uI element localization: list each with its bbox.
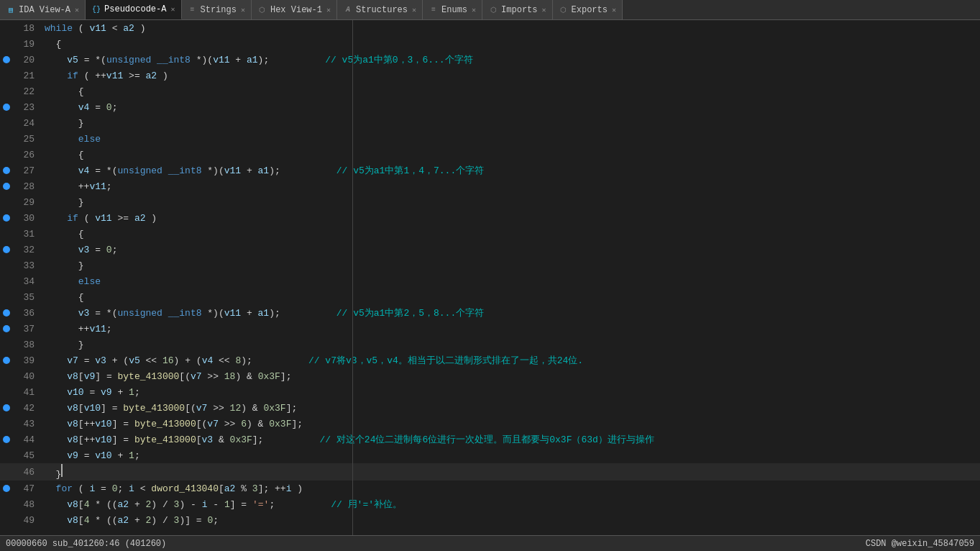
line-number-30: 30 — [13, 213, 42, 224]
breakpoint-42[interactable] — [0, 404, 13, 411]
code-content-37: ++v11; — [42, 324, 980, 334]
tab-exports[interactable]: ⬡ Exports ✕ — [553, 0, 623, 19]
enums-icon: ≡ — [429, 5, 439, 15]
code-content-31: { — [42, 229, 980, 240]
line-number-47: 47 — [13, 483, 42, 494]
tab-enums[interactable]: ≡ Enums ✕ — [423, 0, 482, 19]
table-row: 38 } — [0, 337, 980, 352]
breakpoint-39[interactable] — [0, 357, 13, 364]
table-row: 19 { — [0, 36, 980, 52]
code-content-42: v8[v10] = byte_413000[(v7 >> 12) & 0x3F]… — [42, 403, 980, 414]
table-row: 20 v5 = *(unsigned __int8 *)(v11 + a1); … — [0, 52, 980, 68]
line-number-37: 37 — [13, 324, 42, 334]
line-number-44: 44 — [13, 434, 42, 445]
line-number-20: 20 — [13, 55, 42, 65]
tab-hex-view-1[interactable]: ⬡ Hex View-1 ✕ — [252, 0, 337, 19]
code-content-46: } — [42, 464, 980, 480]
code-content-38: } — [42, 340, 980, 350]
code-editor[interactable]: 18 while ( v11 < a2 ) 19 { 20 v5 = *(uns… — [0, 20, 980, 535]
line-number-18: 18 — [13, 23, 42, 34]
table-row: 34 else — [0, 273, 980, 289]
table-row: 40 v8[v9] = byte_413000[(v7 >> 18) & 0x3… — [0, 368, 980, 384]
breakpoint-28[interactable] — [0, 183, 13, 190]
code-content-44: v8[++v10] = byte_413000[v3 & 0x3F]; // 对… — [42, 433, 980, 446]
table-row: 26 { — [0, 147, 980, 163]
line-number-27: 27 — [13, 165, 42, 176]
breakpoint-20[interactable] — [0, 56, 13, 63]
line-number-41: 41 — [13, 387, 42, 398]
code-content-32: v3 = 0; — [42, 245, 980, 255]
tab-structures-close[interactable]: ✕ — [412, 6, 416, 14]
tab-imports-close[interactable]: ✕ — [542, 6, 546, 14]
tab-imports[interactable]: ⬡ Imports ✕ — [482, 0, 552, 19]
code-content-43: v8[++v10] = byte_413000[(v7 >> 6) & 0x3F… — [42, 419, 980, 429]
line-number-40: 40 — [13, 371, 42, 382]
hex-view-icon: ⬡ — [257, 5, 267, 15]
tab-bar: ▤ IDA View-A ✕ {} Pseudocode-A ✕ ≡ Strin… — [0, 0, 980, 20]
table-row: 35 { — [0, 289, 980, 305]
line-number-49: 49 — [13, 515, 42, 526]
table-row: 42 v8[v10] = byte_413000[(v7 >> 12) & 0x… — [0, 400, 980, 416]
line-number-39: 39 — [13, 355, 42, 366]
line-number-36: 36 — [13, 308, 42, 319]
tab-hex-view-close[interactable]: ✕ — [326, 6, 331, 14]
breakpoint-44[interactable] — [0, 436, 13, 443]
table-row: 22 { — [0, 83, 980, 99]
code-content-18: while ( v11 < a2 ) — [42, 23, 980, 34]
tab-ida-view-a-label: IDA View-A — [19, 5, 70, 15]
tab-strings-label: Strings — [201, 5, 237, 15]
pseudocode-a-icon: {} — [91, 4, 101, 14]
code-content-34: else — [42, 276, 980, 287]
tab-enums-label: Enums — [441, 5, 467, 15]
code-content-30: if ( v11 >= a2 ) — [42, 213, 980, 224]
line-number-26: 26 — [13, 150, 42, 160]
line-number-23: 23 — [13, 102, 42, 113]
breakpoint-32[interactable] — [0, 246, 13, 253]
line-number-42: 42 — [13, 403, 42, 414]
line-number-32: 32 — [13, 245, 42, 255]
breakpoint-27[interactable] — [0, 167, 13, 174]
code-content-28: ++v11; — [42, 181, 980, 192]
code-content-40: v8[v9] = byte_413000[(v7 >> 18) & 0x3F]; — [42, 371, 980, 382]
tab-structures[interactable]: A Structures ✕ — [337, 0, 423, 19]
table-row: 39 v7 = v3 + (v5 << 16) + (v4 << 8); // … — [0, 352, 980, 368]
status-bar: 00000660 sub_401260:46 (401260) CSDN @we… — [0, 535, 980, 551]
line-number-38: 38 — [13, 340, 42, 350]
table-row: 47 for ( i = 0; i < dword_413040[a2 % 3]… — [0, 481, 980, 496]
tab-strings[interactable]: ≡ Strings ✕ — [182, 0, 252, 19]
table-row: 36 v3 = *(unsigned __int8 *)(v11 + a1); … — [0, 305, 980, 321]
line-number-34: 34 — [13, 276, 42, 287]
line-number-19: 19 — [13, 39, 42, 50]
table-row: 30 if ( v11 >= a2 ) — [0, 210, 980, 226]
line-number-43: 43 — [13, 419, 42, 429]
tab-ida-view-a[interactable]: ▤ IDA View-A ✕ — [0, 0, 86, 19]
table-row: 31 { — [0, 226, 980, 242]
line-number-29: 29 — [13, 197, 42, 208]
table-row: 32 v3 = 0; — [0, 242, 980, 258]
tab-strings-close[interactable]: ✕ — [241, 6, 245, 14]
structures-icon: A — [343, 5, 353, 15]
code-content-41: v10 = v9 + 1; — [42, 387, 980, 398]
imports-icon: ⬡ — [488, 5, 498, 15]
code-content-45: v9 = v10 + 1; — [42, 450, 980, 461]
table-row: 23 v4 = 0; — [0, 99, 980, 115]
table-row: 25 else — [0, 131, 980, 147]
tab-ida-view-a-close[interactable]: ✕ — [75, 6, 79, 14]
breakpoint-36[interactable] — [0, 309, 13, 317]
tab-pseudocode-a-close[interactable]: ✕ — [170, 5, 175, 14]
tab-pseudocode-a[interactable]: {} Pseudocode-A ✕ — [86, 0, 181, 19]
tab-exports-label: Exports — [572, 5, 608, 15]
code-content-47: for ( i = 0; i < dword_413040[a2 % 3]; +… — [42, 483, 980, 494]
breakpoint-23[interactable] — [0, 104, 13, 111]
code-content-48: v8[4 * ((a2 + 2) / 3) - i - 1] = '='; //… — [42, 498, 980, 511]
table-row: 48 v8[4 * ((a2 + 2) / 3) - i - 1] = '=';… — [0, 496, 980, 512]
tab-enums-close[interactable]: ✕ — [472, 6, 476, 14]
code-content-20: v5 = *(unsigned __int8 *)(v11 + a1); // … — [42, 53, 980, 66]
breakpoint-30[interactable] — [0, 214, 13, 222]
table-row: 41 v10 = v9 + 1; — [0, 384, 980, 400]
tab-exports-close[interactable]: ✕ — [612, 6, 616, 14]
breakpoint-47[interactable] — [0, 485, 13, 492]
code-content-26: { — [42, 150, 980, 160]
breakpoint-37[interactable] — [0, 325, 13, 332]
code-content-35: { — [42, 292, 980, 303]
